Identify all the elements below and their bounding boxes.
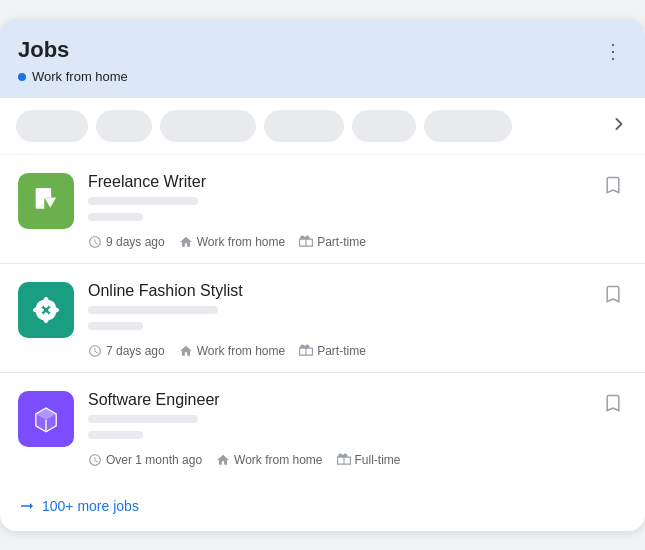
job-meta-software-engineer: Over 1 month ago Work from home Full-tim…	[88, 453, 585, 467]
job-type: Full-time	[337, 453, 401, 467]
filter-pill-2[interactable]	[96, 110, 152, 142]
bookmark-button-freelance-writer[interactable]	[599, 171, 627, 203]
job-title-freelance-writer: Freelance Writer	[88, 173, 585, 191]
job-type: Part-time	[299, 344, 366, 358]
job-item-freelance-writer[interactable]: Freelance Writer 9 days ago Work from ho…	[0, 155, 645, 264]
more-jobs-row: 100+ more jobs	[0, 481, 645, 531]
page-title: Jobs	[18, 37, 128, 63]
job-type: Part-time	[299, 235, 366, 249]
filter-pill-4[interactable]	[264, 110, 344, 142]
header: Jobs Work from home ⋮	[0, 19, 645, 98]
job-location: Work from home	[179, 344, 285, 358]
filter-pill-6[interactable]	[424, 110, 512, 142]
job-location: Work from home	[216, 453, 322, 467]
job-content-freelance-writer: Freelance Writer 9 days ago Work from ho…	[88, 173, 585, 249]
filter-bar	[0, 98, 645, 155]
job-title-online-fashion-stylist: Online Fashion Stylist	[88, 282, 585, 300]
job-skeleton-online-fashion-stylist	[88, 306, 585, 334]
job-skeleton-software-engineer	[88, 415, 585, 443]
job-company-bar-wide	[88, 306, 218, 314]
jobs-list: Freelance Writer 9 days ago Work from ho…	[0, 155, 645, 481]
job-content-software-engineer: Software Engineer Over 1 month ago Work …	[88, 391, 585, 467]
job-company-bar-narrow	[88, 213, 143, 221]
job-item-online-fashion-stylist[interactable]: Online Fashion Stylist 7 days ago Work f…	[0, 264, 645, 373]
job-time: 9 days ago	[88, 235, 165, 249]
job-time: 7 days ago	[88, 344, 165, 358]
job-meta-freelance-writer: 9 days ago Work from home Part-time	[88, 235, 585, 249]
job-meta-online-fashion-stylist: 7 days ago Work from home Part-time	[88, 344, 585, 358]
header-left: Jobs Work from home	[18, 37, 128, 84]
header-subtitle: Work from home	[18, 69, 128, 84]
filter-pill-1[interactable]	[16, 110, 88, 142]
job-logo-online-fashion-stylist	[18, 282, 74, 338]
more-jobs-label: 100+ more jobs	[42, 498, 139, 514]
active-dot	[18, 73, 26, 81]
bookmark-button-online-fashion-stylist[interactable]	[599, 280, 627, 312]
subtitle-text: Work from home	[32, 69, 128, 84]
more-jobs-link[interactable]: 100+ more jobs	[18, 497, 139, 515]
job-company-bar-narrow	[88, 431, 143, 439]
job-time: Over 1 month ago	[88, 453, 202, 467]
filter-arrow-button[interactable]	[609, 114, 629, 139]
jobs-card: Jobs Work from home ⋮	[0, 19, 645, 531]
job-company-bar-wide	[88, 197, 198, 205]
header-menu-button[interactable]: ⋮	[599, 37, 627, 65]
filter-pill-3[interactable]	[160, 110, 256, 142]
filter-pill-5[interactable]	[352, 110, 416, 142]
job-item-software-engineer[interactable]: Software Engineer Over 1 month ago Work …	[0, 373, 645, 481]
job-skeleton-freelance-writer	[88, 197, 585, 225]
job-company-bar-wide	[88, 415, 198, 423]
job-logo-software-engineer	[18, 391, 74, 447]
job-location: Work from home	[179, 235, 285, 249]
job-content-online-fashion-stylist: Online Fashion Stylist 7 days ago Work f…	[88, 282, 585, 358]
job-title-software-engineer: Software Engineer	[88, 391, 585, 409]
job-company-bar-narrow	[88, 322, 143, 330]
job-logo-freelance-writer	[18, 173, 74, 229]
bookmark-button-software-engineer[interactable]	[599, 389, 627, 421]
